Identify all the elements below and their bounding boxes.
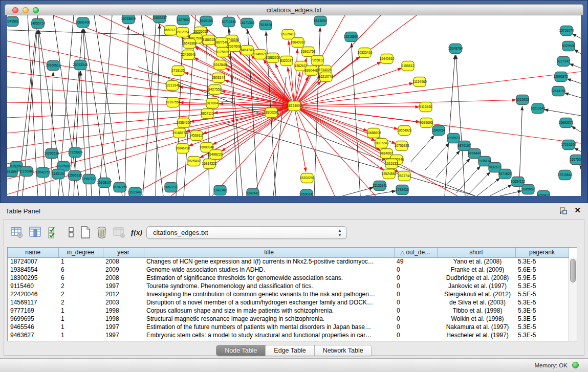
table-cell[interactable]: 0 [394, 307, 437, 315]
table-cell[interactable]: 5.3E-5 [515, 307, 569, 315]
table-cell[interactable]: Franke et al. (2009) [437, 266, 515, 274]
table-cell[interactable]: Estimation of significance thresholds fo… [144, 274, 394, 282]
table-cell[interactable]: Genome-wide association studies in ADHD. [144, 266, 394, 274]
table-cell[interactable]: 9463627 [8, 331, 58, 339]
table-cell[interactable]: 2012 [103, 290, 144, 298]
tab-node-table[interactable]: Node Table [216, 345, 266, 356]
table-cell[interactable]: Changes of HCN gene expression and I(f) … [144, 257, 394, 266]
show-columns-icon[interactable] [29, 226, 42, 239]
table-cell[interactable]: Corpus callosum shape and size in male p… [144, 307, 394, 315]
column-header[interactable]: year [103, 248, 144, 257]
table-cell[interactable]: 22420046 [8, 290, 58, 298]
table-row[interactable]: 1830029562008Estimation of significance … [8, 274, 569, 282]
table-cell[interactable]: 1997 [103, 323, 144, 331]
column-header[interactable]: title [144, 248, 394, 257]
table-cell[interactable]: Jankovic et al. (1997) [437, 282, 515, 290]
table-cell[interactable]: 2009 [103, 266, 144, 274]
table-cell[interactable]: 0 [394, 290, 437, 298]
table-cell[interactable]: Yano et al. (2008) [437, 257, 515, 266]
table-cell[interactable]: Disruption of a novel member of a sodium… [144, 298, 394, 307]
table-cell[interactable]: Embryonic stem cells: a model to study s… [144, 331, 394, 339]
table-cell[interactable]: 1 [58, 323, 103, 331]
table-row[interactable]: 1938455462009Genome-wide association stu… [8, 266, 569, 274]
table-cell[interactable]: Structural magnetic resonance image aver… [144, 315, 394, 323]
new-column-icon[interactable] [79, 226, 92, 239]
column-header[interactable]: in_degree [58, 248, 103, 257]
column-header[interactable]: short [437, 248, 515, 257]
table-row[interactable]: 911546021997Tourette syndrome. Phenomeno… [8, 282, 569, 290]
delete-table-icon[interactable] [113, 226, 126, 239]
table-cell[interactable]: 9777169 [8, 307, 58, 315]
table-row[interactable]: 969969511998Structural magnetic resonanc… [8, 315, 569, 323]
table-cell[interactable]: 2 [58, 298, 103, 307]
table-cell[interactable]: Hescheler et al. (1997) [437, 331, 515, 339]
table-cell[interactable]: 1 [58, 315, 103, 323]
table-cell[interactable]: 49 [394, 257, 437, 266]
table-cell[interactable]: 5.9E-5 [515, 274, 569, 282]
delete-column-icon[interactable] [95, 226, 108, 239]
table-cell[interactable]: de Silva et al. (2003) [437, 298, 515, 307]
table-row[interactable]: 1872400712008Changes of HCN gene express… [8, 257, 569, 266]
table-cell[interactable]: 1998 [103, 315, 144, 323]
table-row[interactable]: 946362711997Embryonic stem cells: a mode… [8, 331, 569, 339]
column-header[interactable]: pagerank [515, 248, 569, 257]
table-cell[interactable]: Tourette syndrome. Phenomenology and cla… [144, 282, 394, 290]
table-cell[interactable]: 2008 [103, 274, 144, 282]
table-cell[interactable]: 0 [394, 323, 437, 331]
table-cell[interactable]: 1 [58, 307, 103, 315]
table-cell[interactable]: 2008 [103, 257, 144, 266]
float-panel-icon[interactable] [559, 207, 568, 215]
clear-selection-icon[interactable] [64, 226, 78, 239]
table-cell[interactable]: 5.3E-5 [515, 298, 569, 307]
table-cell[interactable]: Stergiakouli et al. (2012) [437, 290, 515, 298]
table-cell[interactable]: Dudbridge et al. (2008) [437, 274, 515, 282]
table-cell[interactable]: 5.3E-5 [515, 323, 569, 331]
table-cell[interactable]: 0 [394, 266, 437, 274]
table-cell[interactable]: 0 [394, 282, 437, 290]
table-cell[interactable]: 6 [58, 266, 103, 274]
table-row[interactable]: 977716911998Corpus callosum shape and si… [8, 307, 569, 315]
table-cell[interactable]: 18300295 [8, 274, 58, 282]
table-cell[interactable]: 5.6E-5 [515, 266, 569, 274]
table-cell[interactable]: 1 [58, 331, 103, 339]
table-cell[interactable]: 5.3E-5 [515, 257, 569, 266]
table-row[interactable]: 1456911722003Disruption of a novel membe… [8, 298, 569, 307]
column-header[interactable]: △out_de… [394, 248, 437, 257]
table-cell[interactable]: 5.3E-5 [515, 331, 569, 339]
table-cell[interactable]: 9115460 [8, 282, 58, 290]
table-row[interactable]: 946554611997Estimation of the future num… [8, 323, 569, 331]
table-cell[interactable]: 14569117 [8, 298, 58, 307]
table-cell[interactable]: Estimation of the future numbers of pati… [144, 323, 394, 331]
table-cell[interactable]: 19384554 [8, 266, 58, 274]
close-panel-icon[interactable]: ✕ [574, 206, 581, 215]
scrollbar-thumb[interactable] [570, 259, 576, 282]
table-cell[interactable]: 0 [394, 298, 437, 307]
table-cell[interactable]: 0 [394, 315, 437, 323]
table-cell[interactable]: 1998 [103, 307, 144, 315]
network-canvas[interactable]: 8349561140557142069140616033809106532871… [7, 15, 581, 196]
table-cell[interactable]: 1997 [103, 282, 144, 290]
table-cell[interactable]: 2 [58, 282, 103, 290]
table-row[interactable]: 2242004622012Investigating the contribut… [8, 290, 569, 298]
tab-network-table[interactable]: Network Table [315, 345, 372, 356]
select-all-icon[interactable] [47, 226, 60, 239]
table-cell[interactable]: Investigating the contribution of common… [144, 290, 394, 298]
table-settings-icon[interactable] [10, 226, 24, 239]
table-cell[interactable]: 1997 [103, 331, 144, 339]
function-builder-icon[interactable]: f(x) [131, 226, 144, 239]
network-window-titlebar[interactable]: citations_edges.txt [5, 4, 583, 15]
table-cell[interactable]: 9699695 [8, 315, 58, 323]
table-cell[interactable]: Nakamura et al. (1997) [437, 323, 515, 331]
table-selector-dropdown[interactable]: citations_edges.txt ▲▼ [146, 226, 347, 239]
table-cell[interactable]: Wolkin et al. (1998) [437, 315, 515, 323]
table-cell[interactable]: 0 [394, 274, 437, 282]
table-cell[interactable]: 5.5E-5 [515, 290, 569, 298]
table-cell[interactable]: 18724007 [8, 257, 58, 266]
table-cell[interactable]: 1 [58, 257, 103, 266]
table-cell[interactable]: 9465546 [8, 323, 58, 331]
table-cell[interactable]: 5.3E-5 [515, 282, 569, 290]
table-cell[interactable]: 2003 [103, 298, 144, 307]
table-cell[interactable]: 5.3E-5 [515, 315, 569, 323]
column-header[interactable]: name [8, 248, 58, 257]
table-cell[interactable]: 0 [394, 331, 437, 339]
